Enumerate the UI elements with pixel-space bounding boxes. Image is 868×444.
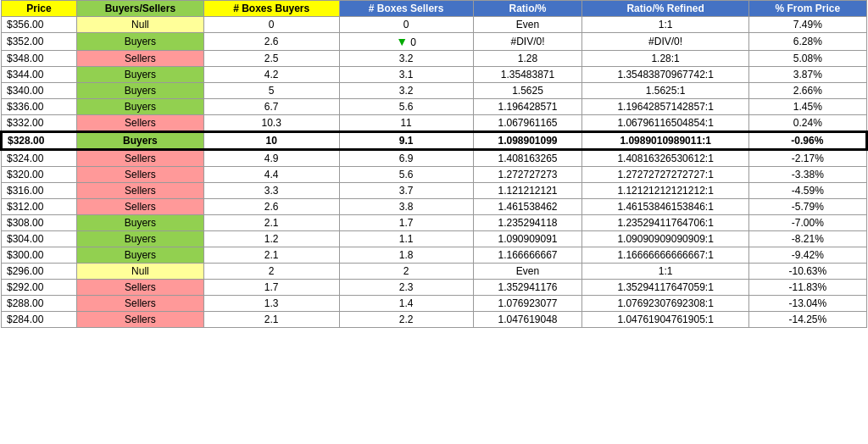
table-row: $288.00Sellers1.31.41.0769230771.0769230… (2, 296, 867, 312)
cell-6: 2.66% (748, 83, 866, 99)
cell-6: -7.00% (748, 215, 866, 231)
table-row: $344.00Buyers4.23.11.354838711.354838709… (2, 67, 867, 83)
cell-4: 1.166666667 (473, 247, 582, 264)
cell-3: 6.9 (339, 150, 473, 167)
cell-4: 1.352941176 (473, 280, 582, 296)
table-row: $336.00Buyers6.75.61.1964285711.19642857… (2, 99, 867, 115)
cell-0: $292.00 (2, 280, 77, 296)
cell-2: 2 (203, 264, 339, 280)
cell-3: 1.7 (339, 215, 473, 231)
cell-4: 1.090909091 (473, 231, 582, 247)
cell-1: Null (77, 17, 204, 33)
cell-0: $296.00 (2, 264, 77, 280)
cell-6: -5.79% (748, 199, 866, 215)
cell-6: 5.08% (748, 51, 866, 67)
cell-4: 1.196428571 (473, 99, 582, 115)
cell-6: 6.28% (748, 33, 866, 51)
cell-5: 1.09090909090909:1 (582, 231, 748, 247)
cell-1: Buyers (77, 33, 204, 51)
cell-2: 2.1 (203, 247, 339, 264)
cell-6: 1.45% (748, 99, 866, 115)
cell-3: 3.7 (339, 183, 473, 199)
cell-5: 1.23529411764706:1 (582, 215, 748, 231)
cell-1: Sellers (77, 296, 204, 312)
cell-3: 11 (339, 115, 473, 132)
cell-4: #DIV/0! (473, 33, 582, 51)
table-row: $304.00Buyers1.21.11.0909090911.09090909… (2, 231, 867, 247)
cell-0: $336.00 (2, 99, 77, 115)
cell-4: 1.076923077 (473, 296, 582, 312)
cell-2: 10 (203, 132, 339, 150)
cell-5: 1.40816326530612:1 (582, 150, 748, 167)
cell-2: 2.5 (203, 51, 339, 67)
cell-3: 3.2 (339, 83, 473, 99)
cell-4: 1.35483871 (473, 67, 582, 83)
cell-3: 1.4 (339, 296, 473, 312)
cell-2: 10.3 (203, 115, 339, 132)
table-row: $348.00Sellers2.53.21.281.28:15.08% (2, 51, 867, 67)
cell-1: Sellers (77, 280, 204, 296)
cell-4: Even (473, 264, 582, 280)
cell-1: Sellers (77, 183, 204, 199)
table-row: $328.00Buyers109.11.0989010991.098901098… (2, 132, 867, 150)
table-row: $292.00Sellers1.72.31.3529411761.3529411… (2, 280, 867, 296)
table-row: $300.00Buyers2.11.81.1666666671.16666666… (2, 247, 867, 264)
table-row: $320.00Sellers4.45.61.2727272731.2727272… (2, 167, 867, 183)
cell-5: 1:1 (582, 264, 748, 280)
cell-2: 4.4 (203, 167, 339, 183)
cell-3: 2.2 (339, 312, 473, 328)
table-row: $332.00Sellers10.3111.0679611651.0679611… (2, 115, 867, 132)
cell-0: $328.00 (2, 132, 77, 150)
cell-5: 1.46153846153846:1 (582, 199, 748, 215)
column-header-buyers-sellers: Buyers/Sellers (77, 1, 204, 17)
cell-6: -8.21% (748, 231, 866, 247)
cell-4: 1.067961165 (473, 115, 582, 132)
cell-5: 1.12121212121212:1 (582, 183, 748, 199)
table-row: $324.00Sellers4.96.91.4081632651.4081632… (2, 150, 867, 167)
cell-5: 1.27272727272727:1 (582, 167, 748, 183)
cell-5: 1.06796116504854:1 (582, 115, 748, 132)
cell-0: $316.00 (2, 183, 77, 199)
cell-2: 2.6 (203, 33, 339, 51)
cell-2: 1.3 (203, 296, 339, 312)
cell-5: 1.16666666666667:1 (582, 247, 748, 264)
cell-2: 2.1 (203, 312, 339, 328)
cell-4: 1.408163265 (473, 150, 582, 167)
cell-6: -0.96% (748, 132, 866, 150)
cell-4: 1.235294118 (473, 215, 582, 231)
column-header-ratio---refined: Ratio/% Refined (582, 1, 748, 17)
cell-4: 1.461538462 (473, 199, 582, 215)
column-header---boxes-sellers: # Boxes Sellers (339, 1, 473, 17)
cell-1: Buyers (77, 83, 204, 99)
cell-2: 3.3 (203, 183, 339, 199)
cell-5: 1.5625:1 (582, 83, 748, 99)
cell-2: 4.9 (203, 150, 339, 167)
cell-1: Buyers (77, 67, 204, 83)
cell-1: Buyers (77, 215, 204, 231)
cell-1: Sellers (77, 51, 204, 67)
cell-6: -2.17% (748, 150, 866, 167)
cell-0: $356.00 (2, 17, 77, 33)
cell-2: 2.1 (203, 215, 339, 231)
cell-0: $304.00 (2, 231, 77, 247)
column-header-ratio--: Ratio/% (473, 1, 582, 17)
arrow-down-icon: ▼ (396, 35, 408, 48)
cell-3: 2.3 (339, 280, 473, 296)
column-header---boxes-buyers: # Boxes Buyers (203, 1, 339, 17)
cell-5: 1.07692307692308:1 (582, 296, 748, 312)
cell-3: 1.1 (339, 231, 473, 247)
cell-4: 1.121212121 (473, 183, 582, 199)
cell-5: 1:1 (582, 17, 748, 33)
cell-3: 5.6 (339, 99, 473, 115)
cell-4: 1.047619048 (473, 312, 582, 328)
cell-6: -14.25% (748, 312, 866, 328)
cell-5: 1.04761904761905:1 (582, 312, 748, 328)
table-row: $308.00Buyers2.11.71.2352941181.23529411… (2, 215, 867, 231)
cell-3: ▼ 0 (339, 33, 473, 51)
cell-1: Null (77, 264, 204, 280)
table-row: $312.00Sellers2.63.81.4615384621.4615384… (2, 199, 867, 215)
price-table: PriceBuyers/Sellers# Boxes Buyers# Boxes… (0, 0, 868, 328)
cell-3: 9.1 (339, 132, 473, 150)
cell-1: Buyers (77, 231, 204, 247)
cell-6: -10.63% (748, 264, 866, 280)
